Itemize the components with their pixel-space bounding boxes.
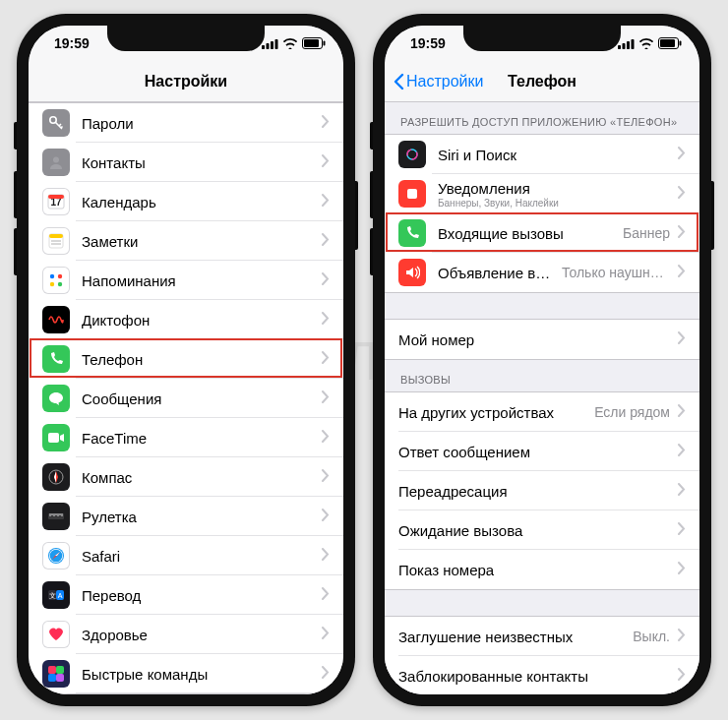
row-label: Календарь <box>82 194 314 210</box>
row-call-setting[interactable]: Ответ сообщением <box>385 432 699 471</box>
svg-point-7 <box>50 117 56 123</box>
chevron-icon <box>322 153 330 171</box>
settings-row-contacts[interactable]: Контакты <box>29 143 343 182</box>
chevron-icon <box>322 547 330 565</box>
chevron-icon <box>678 561 686 578</box>
row-label: Показ номера <box>398 562 670 578</box>
chevron-icon <box>322 232 330 250</box>
translate-icon: 文A <box>42 581 70 609</box>
status-icons <box>262 37 326 49</box>
row-label: Ожидание вызова <box>398 522 670 539</box>
row-label: Телефон <box>82 351 314 368</box>
siri-icon <box>398 141 426 168</box>
settings-row-safari[interactable]: Safari <box>29 536 343 575</box>
messages-icon <box>42 385 70 412</box>
settings-row-notes[interactable]: Заметки <box>29 221 343 261</box>
settings-row-phone[interactable]: Телефон <box>29 339 343 379</box>
settings-row-voice[interactable]: Диктофон <box>29 300 343 339</box>
row-value: Баннер <box>623 225 670 241</box>
row-label: Рулетка <box>82 509 314 525</box>
row-label: Компас <box>82 469 314 486</box>
voice-icon <box>42 306 70 333</box>
back-button[interactable]: Настройки <box>393 73 483 90</box>
announce-icon <box>398 259 426 286</box>
phone-icon <box>42 345 70 373</box>
row-notif[interactable]: УведомленияБаннеры, Звуки, Наклейки <box>385 174 699 213</box>
row-siri[interactable]: Siri и Поиск <box>385 135 699 174</box>
row-label: Пароли <box>82 115 314 132</box>
svg-rect-1 <box>267 43 270 49</box>
svg-rect-3 <box>275 39 278 49</box>
row-announce[interactable]: Объявление вызововТолько наушни… <box>385 253 699 292</box>
row-label: Заглушение неизвестных <box>398 629 627 645</box>
facetime-icon <box>42 424 70 451</box>
row-label: Перевод <box>82 587 314 604</box>
chevron-icon <box>322 390 330 407</box>
chevron-icon <box>678 443 686 460</box>
settings-row-measure[interactable]: Рулетка <box>29 497 343 536</box>
chevron-icon <box>322 429 330 447</box>
safari-icon <box>42 542 70 570</box>
row-label: Быстрые команды <box>82 666 314 683</box>
row-label: Уведомления <box>438 180 670 197</box>
settings-row-calendar[interactable]: 17Календарь <box>29 182 343 221</box>
chevron-icon <box>678 185 686 203</box>
reminders-icon <box>42 267 70 294</box>
svg-rect-37 <box>48 666 56 674</box>
svg-rect-13 <box>49 234 63 238</box>
notif-icon <box>398 180 426 208</box>
nav-bar: Настройки <box>29 61 343 102</box>
phone-left: 19:59 Настройки ПаролиКонтакты17Календар… <box>17 14 355 706</box>
chevron-icon <box>678 146 686 163</box>
compass-icon <box>42 463 70 491</box>
chevron-icon <box>678 628 686 645</box>
settings-row-messages[interactable]: Сообщения <box>29 379 343 418</box>
row-setting[interactable]: Заблокированные контакты <box>385 656 699 694</box>
nav-bar: Настройки Телефон <box>385 61 699 102</box>
section-header-calls: ВЫЗОВЫ <box>385 360 699 391</box>
status-time: 19:59 <box>410 35 446 51</box>
settings-row-facetime[interactable]: FaceTime <box>29 418 343 457</box>
notes-icon <box>42 227 70 255</box>
svg-rect-43 <box>623 43 626 49</box>
row-value: Выкл. <box>633 629 670 644</box>
settings-row-reminders[interactable]: Напоминания <box>29 261 343 300</box>
chevron-icon <box>678 667 686 685</box>
row-call-setting[interactable]: Ожидание вызова <box>385 510 699 550</box>
back-label: Настройки <box>406 73 483 90</box>
svg-rect-39 <box>48 674 56 682</box>
row-my-number[interactable]: Мой номер <box>385 320 699 359</box>
settings-row-translate[interactable]: 文AПеревод <box>29 575 343 615</box>
row-value: Если рядом <box>594 404 670 420</box>
calendar-icon: 17 <box>42 188 70 215</box>
notch <box>107 26 265 51</box>
svg-rect-5 <box>304 39 319 47</box>
svg-rect-42 <box>618 45 621 49</box>
svg-rect-38 <box>56 666 64 674</box>
settings-row-key[interactable]: Пароли <box>29 103 343 143</box>
svg-point-49 <box>403 146 421 163</box>
row-label: FaceTime <box>82 430 314 447</box>
incoming-icon <box>398 219 426 247</box>
measure-icon <box>42 503 70 530</box>
svg-point-17 <box>58 274 62 278</box>
settings-row-health[interactable]: Здоровье <box>29 615 343 654</box>
row-setting[interactable]: Заглушение неизвестныхВыкл. <box>385 617 699 656</box>
chevron-icon <box>322 350 330 368</box>
row-label: Контакты <box>82 154 314 171</box>
row-call-setting[interactable]: Переадресация <box>385 471 699 510</box>
chevron-icon <box>678 330 686 348</box>
chevron-icon <box>322 468 330 486</box>
svg-point-8 <box>53 157 59 163</box>
health-icon <box>42 621 70 648</box>
settings-row-compass[interactable]: Компас <box>29 457 343 497</box>
svg-text:文: 文 <box>49 592 56 599</box>
svg-rect-52 <box>407 189 417 199</box>
chevron-icon <box>322 626 330 643</box>
settings-row-shortcuts[interactable]: Быстрые команды <box>29 654 343 693</box>
row-call-setting[interactable]: Показ номера <box>385 550 699 589</box>
phone-settings-content[interactable]: РАЗРЕШИТЬ ДОСТУП ПРИЛОЖЕНИЮ «ТЕЛЕФОН» Si… <box>385 102 699 694</box>
row-call-setting[interactable]: На других устройствахЕсли рядом <box>385 392 699 432</box>
settings-list[interactable]: ПаролиКонтакты17КалендарьЗаметкиНапомина… <box>29 102 343 694</box>
row-incoming[interactable]: Входящие вызовыБаннер <box>385 213 699 253</box>
